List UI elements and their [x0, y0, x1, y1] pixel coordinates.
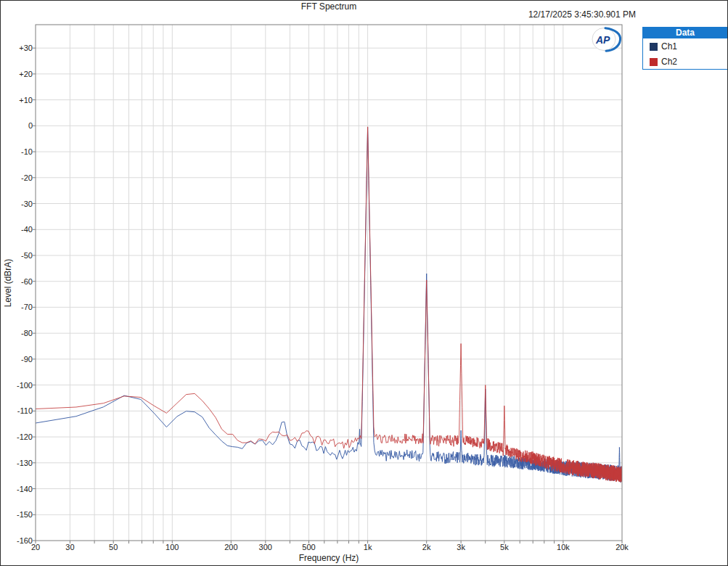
y-tick-0: 0 — [2, 121, 33, 130]
x-tick-20k: 20k — [615, 543, 629, 551]
legend-swatch-ch1 — [650, 43, 658, 51]
y-tick--80: -80 — [2, 329, 33, 337]
x-tick-10k: 10k — [557, 543, 570, 551]
x-tick-5k: 5k — [500, 543, 509, 551]
legend-box: Data Ch1 Ch2 — [642, 27, 728, 70]
ap-logo-text: AP — [595, 34, 610, 46]
x-axis-title: Frequency (Hz) — [1, 553, 657, 563]
x-tick-30: 30 — [65, 543, 74, 551]
legend-swatch-ch2 — [650, 58, 658, 66]
x-tick-1k: 1k — [364, 543, 372, 551]
x-tick-300: 300 — [259, 543, 272, 551]
fft-spectrum-panel: FFT Spectrum 12/17/2025 3:45:30.901 PM A… — [0, 0, 728, 566]
y-tick--10: -10 — [2, 147, 33, 156]
plot-svg: AP — [1, 1, 728, 566]
y-tick-+20: +20 — [2, 70, 33, 78]
x-tick-2k: 2k — [422, 543, 431, 551]
y-tick--30: -30 — [2, 200, 33, 208]
y-tick--40: -40 — [2, 225, 33, 234]
legend-item-ch1[interactable]: Ch1 — [643, 38, 727, 54]
y-tick--90: -90 — [2, 355, 33, 364]
legend-label-ch2: Ch2 — [661, 57, 677, 67]
y-tick--110: -110 — [2, 406, 33, 415]
ap-logo: AP — [592, 28, 621, 52]
y-tick--130: -130 — [2, 459, 33, 467]
legend-title: Data — [643, 28, 727, 38]
x-tick-50: 50 — [109, 543, 118, 551]
ch2-trace — [36, 127, 622, 483]
y-tick--140: -140 — [2, 485, 33, 493]
y-tick-+10: +10 — [2, 96, 33, 104]
x-tick-500: 500 — [302, 543, 315, 551]
x-tick-3k: 3k — [457, 543, 465, 551]
x-tick-100: 100 — [165, 543, 179, 551]
y-tick--100: -100 — [2, 381, 33, 390]
y-tick--160: -160 — [2, 536, 33, 545]
ch1-trace — [36, 127, 622, 483]
legend-label-ch1: Ch1 — [661, 41, 677, 52]
y-axis-title: Level (dBrA) — [3, 242, 13, 324]
y-tick--120: -120 — [2, 432, 33, 441]
y-tick--20: -20 — [2, 173, 33, 182]
legend-item-ch2[interactable]: Ch2 — [643, 54, 727, 69]
x-tick-200: 200 — [224, 543, 237, 551]
y-tick--150: -150 — [2, 510, 33, 519]
y-tick-+30: +30 — [2, 44, 33, 52]
